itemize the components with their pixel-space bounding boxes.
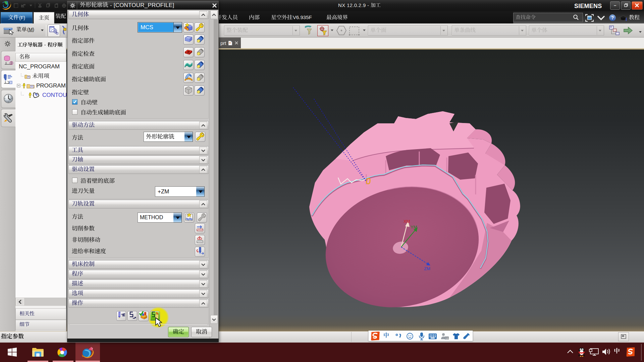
svg-text:XM: XM — [404, 219, 410, 224]
svg-text:YM: YM — [411, 225, 417, 230]
svg-text:ZM: ZM — [424, 266, 430, 271]
svg-text:13: 13 — [445, 337, 448, 340]
svg-text:?: ? — [611, 15, 614, 20]
